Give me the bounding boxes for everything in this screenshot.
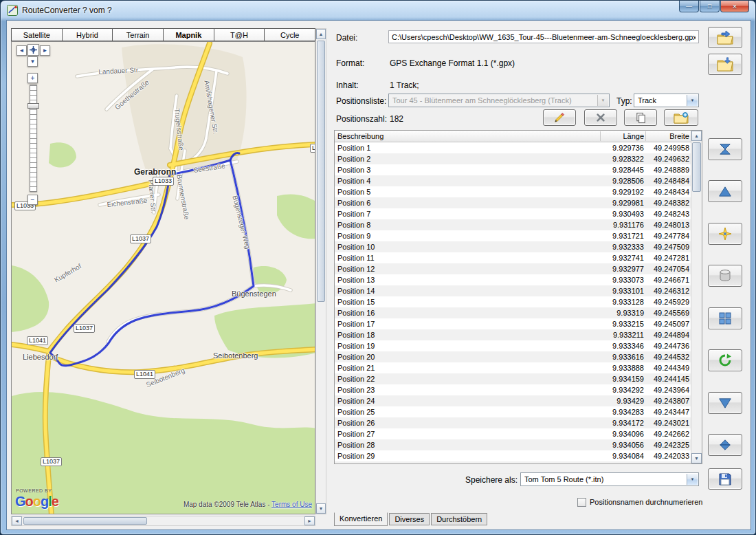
tab-durchst-bern[interactable]: Durchstöbern [431,513,487,525]
map-vscroll-thumb[interactable] [317,41,325,302]
table-row[interactable]: Position 189.93321149.244894 [335,329,691,340]
table-row[interactable]: Position 159.93312849.245929 [335,296,691,307]
table-row[interactable]: Position 169.9331949.245569 [335,307,691,318]
remove-duplicates-button[interactable] [708,265,742,287]
table-row[interactable]: Position 139.93307349.246671 [335,274,691,285]
pan-down-button[interactable]: ▼ [27,56,38,67]
map-tab-mapnik[interactable]: Mapnik [163,28,214,41]
tab-konvertieren[interactable]: Konvertieren [334,512,388,526]
save-button[interactable] [708,468,742,490]
datei-input[interactable] [388,30,699,43]
map-scroll-up-button[interactable]: ▲ [316,29,326,39]
table-scroll-down-button[interactable]: ▼ [691,453,702,463]
table-row[interactable]: Position 209.93361649.244532 [335,351,691,362]
table-row[interactable]: Position 99.93172149.247784 [335,230,691,241]
table-row[interactable]: Position 289.93405649.242325 [335,439,691,450]
split-positionlist-button[interactable] [708,307,742,329]
table-row[interactable]: Position 279.93409649.242662 [335,428,691,439]
map-tab-satellite[interactable]: Satellite [11,28,63,41]
refresh-button[interactable] [708,349,742,371]
table-row[interactable]: Position 89.93117649.248013 [335,219,691,230]
copy-position-button[interactable] [624,109,657,126]
move-to-top-button[interactable] [708,138,742,160]
typ-value: Track [638,96,656,105]
close-button[interactable]: × [720,1,749,12]
zoom-out-button[interactable]: − [27,195,38,205]
delete-position-button[interactable] [584,109,617,126]
table-row[interactable]: Position 249.9342949.243807 [335,395,691,406]
map-tab-hybrid[interactable]: Hybrid [62,28,113,41]
table-cell: 49.245929 [634,296,689,307]
table-vertical-scrollbar[interactable]: ▲ ▼ [691,131,702,463]
table-row[interactable]: Position 229.93415949.244145 [335,373,691,384]
table-row[interactable]: Position 179.93321549.245097 [335,318,691,329]
zoom-slider-handle[interactable] [27,103,39,109]
table-row[interactable]: Position 239.93429249.243964 [335,384,691,395]
table-row[interactable]: Position 119.93274149.247281 [335,252,691,263]
column-separator[interactable] [600,131,601,141]
table-cell: Position 28 [337,439,375,450]
maximize-button[interactable]: □ [700,1,720,12]
table-row[interactable]: Position 259.93428349.243447 [335,406,691,417]
map-scroll-left-button[interactable]: ◄ [12,516,22,525]
map-horizontal-scrollbar[interactable]: ◄ ► [11,516,315,526]
new-positionlist-button[interactable] [664,109,698,126]
table-row[interactable]: Position 219.93388849.244349 [335,362,691,373]
map-scroll-right-button[interactable]: ► [304,516,315,525]
table-row[interactable]: Position 39.92844549.248889 [335,164,691,175]
tab-diverses[interactable]: Diverses [389,513,430,525]
map-scroll-down-button[interactable]: ▼ [316,503,326,514]
table-row[interactable]: Position 29.92832249.249632 [335,153,691,164]
table-row[interactable]: Position 299.93408449.242033 [335,450,691,461]
minimize-button[interactable]: — [679,1,699,12]
table-vscroll-thumb[interactable] [692,142,701,192]
road-badge-l1037: L1037 [130,234,151,243]
edit-position-button[interactable] [543,109,576,126]
table-row[interactable]: Position 19.92973649.249958 [335,142,691,153]
map-vertical-scrollbar[interactable]: ▲ ▼ [315,28,326,514]
map-tab-terrain[interactable]: Terrain [112,28,164,41]
table-cell: Position 13 [337,274,375,285]
terms-of-use-link[interactable]: Terms of Use [271,501,312,508]
table-row[interactable]: Position 49.92850649.248484 [335,175,691,186]
positionsliste-combo[interactable]: Tour 45 - Blütenmeer am Schneeglöcklesbe… [388,94,610,107]
add-position-button[interactable] [708,223,742,245]
table-row[interactable]: Position 129.93297749.247054 [335,263,691,274]
open-file-button[interactable] [708,27,742,48]
column-header-beschreibung[interactable]: Beschreibung [337,131,383,142]
pan-center-button[interactable] [27,44,39,56]
table-row[interactable]: Position 199.93334649.244736 [335,340,691,351]
zoom-slider[interactable] [30,85,37,192]
positionsliste-label: Positionsliste: [336,96,386,106]
durchnumerieren-checkbox[interactable] [577,498,586,507]
table-row[interactable]: Position 109.93233349.247509 [335,241,691,252]
typ-combo[interactable]: Track ▼ [634,94,699,107]
table-row[interactable]: Position 309.93418349.241741 [335,461,691,463]
column-header-laenge[interactable]: Länge [601,131,644,142]
move-down-button[interactable] [708,392,742,414]
table-scroll-up-button[interactable]: ▲ [691,131,702,141]
titlebar[interactable]: RouteConverter ? vom ? — □ × [1,1,755,20]
column-separator[interactable] [645,131,646,141]
speichere-als-combo[interactable]: Tom Tom 5 Route (*.itn) ▼ [520,472,699,486]
move-to-bottom-button[interactable] [708,434,742,456]
pan-left-button[interactable]: ◄ [16,45,27,56]
map-tab-t-h[interactable]: T@H [214,28,265,41]
map-tab-cycle[interactable]: Cycle [264,28,315,41]
pan-right-button[interactable]: ► [40,45,50,56]
table-row[interactable]: Position 69.92998149.248382 [335,197,691,208]
column-header-breite[interactable]: Breite [647,131,689,142]
zoom-in-button[interactable]: + [27,73,38,83]
datei-label: Datei: [336,33,357,43]
table-row[interactable]: Position 59.92919249.248434 [335,186,691,197]
move-up-button[interactable] [708,180,742,202]
table-row[interactable]: Position 79.93049349.248243 [335,208,691,219]
map-hscroll-thumb[interactable] [23,517,147,525]
map-canvas[interactable]: Landauer Str.GoethestraßeAmlishagener St… [11,41,315,514]
positionszahl-label: Positionszahl: [336,114,387,124]
table-row[interactable]: Position 269.93417249.243021 [335,417,691,428]
table-header[interactable]: Beschreibung Länge Breite [335,131,691,142]
append-file-button[interactable] [708,54,742,75]
table-row[interactable]: Position 149.93310149.246312 [335,285,691,296]
collapse-bottom-icon [718,439,733,451]
